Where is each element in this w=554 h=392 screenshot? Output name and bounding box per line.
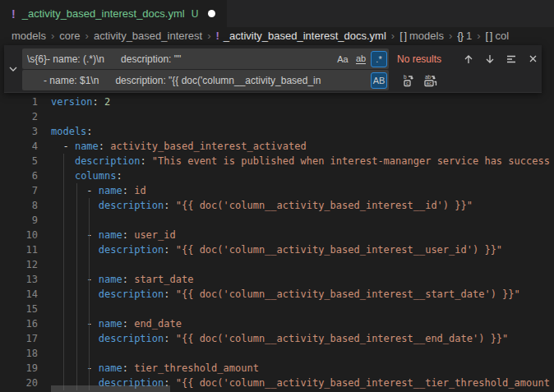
replace-button[interactable]: b c — [400, 71, 418, 90]
code-line[interactable]: 19 - name: tier_threshold_amount — [0, 361, 554, 376]
vscode-window: ! _activity_based_interest_docs.yml U mo… — [0, 0, 554, 392]
breadcrumb-item-activity_based_interest[interactable]: activity_based_interest — [94, 30, 202, 42]
array-symbol-icon: [ ] — [486, 30, 492, 42]
breadcrumb-label: models — [12, 30, 46, 42]
line-text: - name: end_date — [51, 316, 182, 331]
breadcrumb-label: models — [409, 30, 444, 42]
code-line[interactable]: 4 - name: activity_based_interest_activa… — [0, 139, 554, 154]
close-icon — [528, 53, 538, 64]
preserve-case-button[interactable]: AB — [371, 72, 387, 89]
editor-pane[interactable]: 1version: 223models:4 - name: activity_b… — [0, 44, 554, 392]
indent-guide — [89, 198, 90, 390]
replace-all-icon: ab ac — [423, 74, 438, 87]
preserve-case-icon: AB — [373, 76, 385, 85]
breadcrumb: models›core›activity_based_interest›!_ac… — [0, 27, 554, 44]
code-line[interactable]: 9 — [0, 213, 554, 228]
arrow-up-icon — [463, 53, 474, 65]
line-number: 14 — [0, 287, 38, 302]
regex-button[interactable]: .* — [371, 51, 387, 67]
object-symbol-icon: {} — [457, 30, 463, 42]
line-text: - name: id — [51, 183, 146, 198]
code-line[interactable]: 5 description: "This event is published … — [0, 154, 554, 168]
chevron-down-icon — [8, 64, 18, 74]
code-line[interactable]: 2 — [0, 109, 554, 124]
replace-all-button[interactable]: ab ac — [422, 71, 440, 90]
tab-title: _activity_based_interest_docs.yml — [22, 7, 185, 20]
replace-input[interactable] — [22, 70, 371, 90]
whole-word-button[interactable]: ab — [353, 51, 369, 67]
toggle-replace-button[interactable] — [4, 45, 22, 92]
find-input[interactable] — [22, 48, 335, 69]
code-line[interactable]: 16 - name: end_date — [0, 316, 554, 331]
code-line[interactable]: 6 columns: — [0, 168, 554, 183]
breadcrumb-label: 1 — [466, 30, 472, 42]
breadcrumb-separator-icon: › — [85, 30, 89, 42]
line-text: description: "{{ doc('column__activity_b… — [51, 198, 473, 213]
git-status-badge: U — [192, 8, 199, 20]
code-line[interactable]: 15 — [0, 302, 554, 316]
horizontal-scrollbar[interactable] — [51, 385, 170, 392]
line-number: 5 — [0, 154, 38, 168]
code-line[interactable]: 14 description: "{{ doc('column__activit… — [0, 287, 554, 302]
code-line[interactable]: 7 - name: id — [0, 183, 554, 198]
indent-guide — [63, 154, 64, 390]
arrow-down-icon — [484, 53, 496, 65]
breadcrumb-label: _activity_based_interest_docs.yml — [224, 30, 386, 42]
match-case-icon: Aa — [337, 54, 348, 64]
line-number: 7 — [0, 183, 38, 198]
code-line[interactable]: 12 — [0, 257, 554, 272]
line-number: 1 — [0, 95, 38, 109]
breadcrumb-separator-icon: › — [449, 30, 452, 42]
breadcrumb-item-_activity_based_interest_docs.yml[interactable]: !_activity_based_interest_docs.yml — [216, 30, 386, 42]
line-number: 3 — [0, 124, 38, 139]
line-number: 2 — [0, 109, 38, 124]
breadcrumb-item-models[interactable]: [ ]models — [399, 30, 444, 42]
code-line[interactable]: 10 - name: user_id — [0, 228, 554, 242]
find-in-selection-button[interactable] — [502, 50, 520, 68]
indent-guide — [76, 183, 77, 390]
find-row: Aa ab .* No results — [22, 48, 542, 69]
breadcrumb-item-models[interactable]: models — [12, 30, 46, 42]
code-line[interactable]: 17 description: "{{ doc('column__activit… — [0, 331, 554, 346]
svg-text:b: b — [404, 74, 407, 80]
selection-icon — [506, 53, 517, 65]
breadcrumb-item-core[interactable]: core — [59, 30, 80, 42]
match-case-button[interactable]: Aa — [335, 51, 351, 67]
line-text: description: "{{ doc('column__activity_b… — [51, 287, 520, 302]
line-text: description: "This event is published wh… — [51, 154, 550, 168]
breadcrumb-separator-icon: › — [477, 30, 480, 42]
svg-text:ab: ab — [425, 74, 432, 80]
tab-activity-based-interest-docs[interactable]: ! _activity_based_interest_docs.yml U — [0, 0, 227, 27]
breadcrumb-separator-icon: › — [207, 30, 210, 42]
modified-dot-icon[interactable] — [208, 10, 215, 17]
line-text: - name: user_id — [51, 228, 176, 242]
breadcrumb-label: activity_based_interest — [94, 30, 202, 42]
code-area[interactable]: 1version: 223models:4 - name: activity_b… — [0, 95, 554, 390]
code-line[interactable]: 11 description: "{{ doc('column__activit… — [0, 242, 554, 257]
line-text: version: 2 — [51, 95, 110, 109]
code-line[interactable]: 1version: 2 — [0, 95, 554, 109]
breadcrumb-item-col[interactable]: [ ]col — [486, 30, 509, 42]
previous-match-button[interactable] — [459, 50, 478, 68]
line-number: 13 — [0, 272, 38, 287]
line-number: 15 — [0, 302, 38, 316]
line-number: 9 — [0, 213, 38, 228]
code-line[interactable]: 13 - name: start_date — [0, 272, 554, 287]
breadcrumb-label: col — [495, 30, 509, 42]
line-text: description: "{{ doc('column__activity_b… — [51, 242, 502, 257]
code-line[interactable]: 8 description: "{{ doc('column__activity… — [0, 198, 554, 213]
next-match-button[interactable] — [481, 50, 499, 68]
code-line[interactable]: 18 — [0, 346, 554, 361]
breadcrumb-item-1[interactable]: {}1 — [457, 30, 472, 42]
line-text: description: "{{ doc('column__activity_b… — [51, 331, 508, 346]
breadcrumb-label: core — [59, 30, 80, 42]
code-line[interactable]: 3models: — [0, 124, 554, 139]
line-number: 17 — [0, 331, 38, 346]
line-text: - name: tier_threshold_amount — [51, 361, 259, 376]
line-number: 12 — [0, 257, 38, 272]
line-number: 16 — [0, 316, 38, 331]
regex-icon: .* — [376, 54, 381, 64]
svg-text:ac: ac — [427, 81, 432, 85]
close-find-button[interactable] — [524, 50, 542, 68]
find-replace-widget: Aa ab .* No results — [4, 45, 542, 93]
